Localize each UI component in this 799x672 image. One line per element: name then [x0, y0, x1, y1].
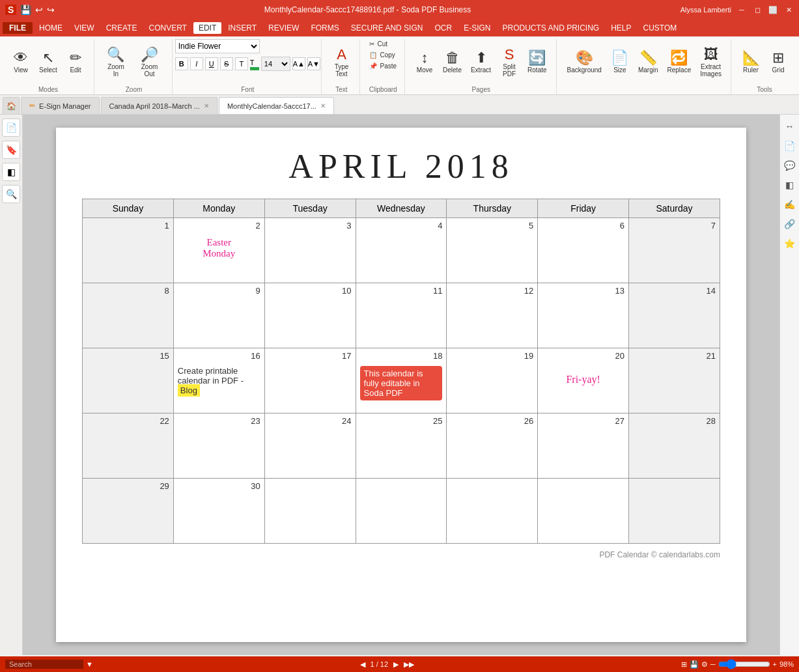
- right-sidebar-expand[interactable]: ↔: [782, 119, 798, 134]
- quick-access-redo[interactable]: ↪: [47, 5, 55, 15]
- extract-button[interactable]: ⬆ Extract: [467, 47, 495, 76]
- replace-button[interactable]: 🔁 Replace: [664, 47, 695, 76]
- pages-label: Pages: [406, 86, 556, 93]
- increase-size-button[interactable]: A▲: [292, 57, 305, 70]
- bold-button[interactable]: B: [175, 57, 188, 70]
- right-sidebar: ↔ 📄 💬 ◧ ✍ 🔗 ⭐: [779, 115, 799, 655]
- ruler-button[interactable]: 📐 Ruler: [738, 47, 764, 76]
- quick-access-save[interactable]: 💾: [20, 5, 31, 15]
- day-29: 29: [83, 479, 174, 544]
- right-sidebar-layers[interactable]: ◧: [782, 177, 798, 193]
- menu-custom[interactable]: CUSTOM: [638, 22, 682, 34]
- home-tab-btn[interactable]: 🏠: [3, 97, 20, 114]
- color-picker[interactable]: T: [250, 58, 259, 70]
- move-button[interactable]: ↕ Move: [412, 47, 438, 76]
- edit-button[interactable]: ✏ Edit: [63, 47, 89, 76]
- maximize-button[interactable]: ⬜: [768, 5, 778, 15]
- restore-button[interactable]: ◻: [752, 5, 763, 15]
- menu-forms[interactable]: FORMS: [305, 22, 344, 34]
- menu-products[interactable]: PRODUCTS AND PRICING: [497, 22, 604, 34]
- extract-icon: ⬆: [475, 49, 487, 66]
- menu-ocr[interactable]: OCR: [429, 22, 457, 34]
- size-button[interactable]: 📄 Size: [607, 47, 633, 76]
- zoom-level: 98%: [779, 660, 794, 668]
- menu-insert[interactable]: INSERT: [223, 22, 262, 34]
- sidebar-bookmarks-btn[interactable]: 🔖: [2, 141, 20, 159]
- next-page-button[interactable]: ▶: [393, 660, 399, 669]
- rotate-button[interactable]: 🔄 Rotate: [524, 47, 550, 76]
- prev-page-button[interactable]: ◀: [360, 660, 365, 669]
- grid-button[interactable]: ⊞ Grid: [765, 47, 791, 76]
- background-button[interactable]: 🎨 Background: [563, 47, 606, 76]
- clipboard-label: Clipboard: [361, 86, 404, 93]
- zoom-slider[interactable]: [718, 659, 770, 669]
- canada-tab-close[interactable]: ✕: [204, 102, 209, 109]
- menu-convert[interactable]: CONVERT: [143, 22, 191, 34]
- underline-button[interactable]: U: [205, 57, 218, 70]
- menu-create[interactable]: CREATE: [101, 22, 143, 34]
- split-pdf-button[interactable]: S SplitPDF: [496, 44, 522, 80]
- right-sidebar-sign[interactable]: ✍: [782, 197, 798, 212]
- cut-button[interactable]: ✂ Cut: [367, 39, 399, 49]
- superscript-button[interactable]: T: [235, 57, 248, 70]
- close-button[interactable]: ✕: [783, 5, 794, 15]
- zoom-out-status[interactable]: ─: [710, 660, 716, 668]
- app-logo: S: [5, 5, 16, 15]
- menu-view[interactable]: VIEW: [69, 22, 100, 34]
- right-sidebar-pages[interactable]: 📄: [782, 138, 798, 154]
- page-forward-button[interactable]: ▶▶: [404, 660, 414, 669]
- font-label: Font: [174, 86, 321, 93]
- menu-edit[interactable]: EDIT: [193, 22, 221, 34]
- table-row: 22 23 24 25 26 27 28: [83, 413, 720, 479]
- menu-review[interactable]: REVIEW: [263, 22, 304, 34]
- search-down-arrow[interactable]: ▼: [86, 660, 93, 668]
- header-tuesday: Tuesday: [264, 199, 356, 218]
- extract-images-button[interactable]: 🖼 ExtractImages: [696, 44, 725, 80]
- save-icon[interactable]: 💾: [690, 660, 699, 669]
- monthly-tab-close[interactable]: ✕: [320, 102, 326, 109]
- header-wednesday: Wednesday: [356, 199, 447, 218]
- sidebar-pages-btn[interactable]: 📄: [2, 119, 20, 137]
- paste-button[interactable]: 📌 Paste: [367, 61, 399, 71]
- header-friday: Friday: [538, 199, 629, 218]
- zoom-in-button[interactable]: 🔍 Zoom In: [101, 44, 131, 80]
- strikethrough-button[interactable]: S: [220, 57, 233, 70]
- settings-icon[interactable]: ⚙: [701, 660, 708, 669]
- menu-help[interactable]: HELP: [606, 22, 636, 34]
- type-text-button[interactable]: A TypeText: [328, 44, 354, 80]
- right-sidebar-link[interactable]: 🔗: [782, 216, 798, 232]
- day-empty-2: [356, 479, 447, 544]
- fit-page-icon[interactable]: ⊞: [681, 660, 687, 669]
- rotate-icon: 🔄: [528, 49, 546, 66]
- italic-button[interactable]: I: [190, 57, 203, 70]
- menu-home[interactable]: HOME: [34, 22, 68, 34]
- copy-button[interactable]: 📋 Copy: [367, 50, 399, 60]
- title-bar-left: S 💾 ↩ ↪: [5, 5, 55, 15]
- font-size-select[interactable]: 14: [261, 57, 290, 71]
- day-23: 23: [173, 413, 264, 479]
- day-21: 21: [629, 348, 720, 413]
- font-select[interactable]: Indie Flower: [175, 39, 260, 53]
- day-30: 30: [173, 479, 264, 544]
- menu-esign[interactable]: E-SIGN: [458, 22, 496, 34]
- tab-canada[interactable]: Canada April 2018–March ... ✕: [101, 97, 217, 114]
- right-sidebar-star[interactable]: ⭐: [782, 236, 798, 251]
- select-button[interactable]: ↖ Select: [35, 47, 61, 76]
- delete-button[interactable]: 🗑 Delete: [439, 47, 466, 76]
- menu-file[interactable]: FILE: [3, 22, 33, 34]
- decrease-size-button[interactable]: A▼: [307, 57, 320, 70]
- esign-tab-icon: ✏: [29, 102, 35, 110]
- search-input[interactable]: [5, 660, 83, 669]
- tab-esign[interactable]: ✏ E-Sign Manager: [21, 97, 100, 114]
- minimize-button[interactable]: ─: [736, 5, 747, 15]
- zoom-out-button[interactable]: 🔎 Zoom Out: [132, 44, 167, 80]
- zoom-in-status[interactable]: +: [773, 660, 777, 668]
- menu-secure-sign[interactable]: SECURE AND SIGN: [346, 22, 428, 34]
- sidebar-search-btn[interactable]: 🔍: [2, 185, 20, 203]
- quick-access-undo[interactable]: ↩: [35, 5, 43, 15]
- view-button[interactable]: 👁 View: [8, 47, 34, 76]
- tab-monthly[interactable]: MonthlyCalendar-5accc17... ✕: [219, 97, 334, 114]
- sidebar-layers-btn[interactable]: ◧: [2, 163, 20, 181]
- margin-button[interactable]: 📏 Margin: [634, 47, 662, 76]
- right-sidebar-annot[interactable]: 💬: [782, 158, 798, 173]
